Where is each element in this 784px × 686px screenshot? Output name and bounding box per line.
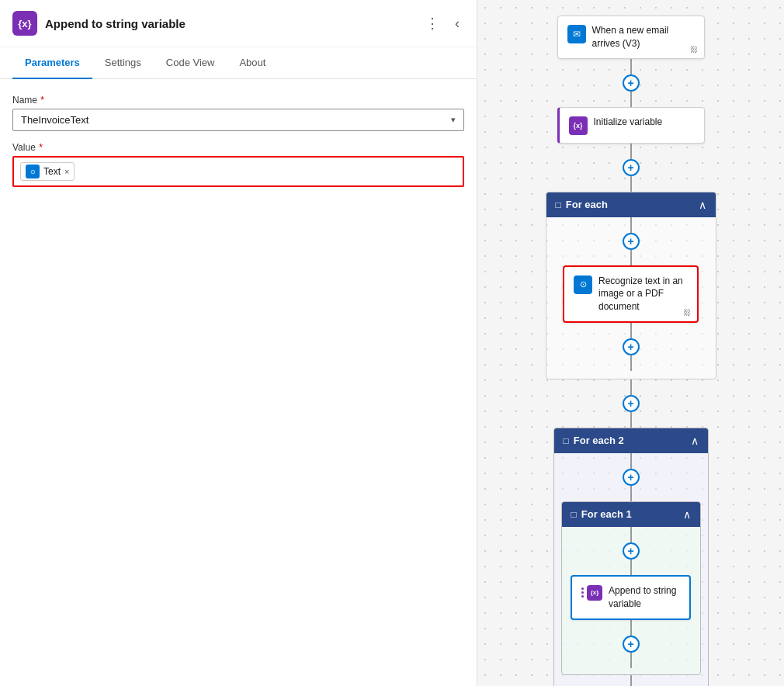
panel-header-actions: ⋮ ‹ [421, 13, 464, 33]
init-variable-text: Initialize variable [594, 116, 695, 129]
connector-3: + [623, 217, 640, 265]
connector-line [630, 355, 632, 371]
connector-line [630, 92, 632, 107]
connector-line [630, 560, 632, 575]
add-step-button-1[interactable]: + [623, 74, 640, 92]
tab-code-view[interactable]: Code View [154, 47, 227, 79]
value-tag: ⊙ Text × [20, 162, 75, 181]
foreach-header: □ For each ∧ [546, 192, 716, 217]
add-step-button-6[interactable]: + [623, 469, 640, 486]
foreach1-title: For each 1 [581, 508, 632, 520]
email-icon: ✉ [567, 25, 586, 43]
panel-body: Name * TheInvoiceText ▾ Value * ⊙ Text × [0, 79, 477, 203]
tab-settings[interactable]: Settings [92, 47, 154, 79]
foreach1-header: □ For each 1 ∧ [562, 502, 700, 527]
name-field-group: Name * TheInvoiceText ▾ [12, 95, 464, 131]
tabs-bar: Parameters Settings Code View About [0, 47, 477, 79]
recognize-text-node[interactable]: ⊙ Recognize text in an image or a PDF do… [563, 265, 699, 323]
recognize-icon: ⊙ [574, 275, 592, 294]
connector-line [630, 176, 632, 192]
tab-about[interactable]: About [227, 47, 278, 79]
foreach1-collapse-button[interactable]: ∧ [683, 508, 691, 521]
foreach-title: For each [566, 199, 608, 210]
init-variable-node[interactable]: {x} Initialize variable [557, 107, 705, 144]
connector-line [630, 527, 632, 542]
value-field-container[interactable]: ⊙ Text × [12, 156, 464, 187]
foreach2-container: □ For each 2 ∧ + □ For each 1 ∧ [553, 428, 709, 686]
foreach1-container: □ For each 1 ∧ + [561, 501, 701, 675]
flow-nodes: ✉ When a new email arrives (V3) ⛓ + {x} … [477, 16, 784, 686]
email-node-text: When a new email arrives (V3) [592, 24, 695, 50]
connector-line [630, 486, 632, 501]
connector-line [630, 217, 632, 233]
panel-header: {x} Append to string variable ⋮ ‹ [0, 0, 477, 47]
left-panel: {x} Append to string variable ⋮ ‹ Parame… [0, 0, 477, 686]
add-step-button-3[interactable]: + [623, 233, 640, 250]
foreach1-icon: □ [571, 509, 577, 520]
name-label: Name * [12, 95, 464, 106]
connector-line [630, 323, 632, 338]
link-icon: ⛓ [690, 45, 698, 54]
append-string-node[interactable]: {x} Append to string variable [571, 575, 691, 620]
connector-8: + [623, 620, 640, 668]
connector-line [630, 144, 632, 159]
more-options-button[interactable]: ⋮ [421, 13, 444, 33]
foreach2-title: For each 2 [574, 435, 624, 446]
add-step-button-4[interactable]: + [623, 338, 640, 355]
value-field-group: Value * ⊙ Text × [12, 142, 464, 187]
panel-icon-text: {x} [18, 18, 31, 29]
drag-handle [581, 587, 584, 598]
append-node-label: Append to string variable [609, 584, 680, 611]
email-trigger-node[interactable]: ✉ When a new email arrives (V3) ⛓ [557, 16, 705, 59]
value-tag-icon: ⊙ [26, 165, 40, 178]
connector-line [630, 620, 632, 636]
connector-line [630, 379, 632, 395]
recognize-text-label: Recognize text in an image or a PDF docu… [598, 275, 688, 314]
connector-line [630, 675, 632, 686]
append-node-left: {x} [581, 584, 602, 601]
connector-4: + [623, 323, 640, 371]
value-tag-close-button[interactable]: × [64, 167, 69, 176]
flow-canvas: ✉ When a new email arrives (V3) ⛓ + {x} … [477, 0, 784, 686]
connector-line [630, 250, 632, 265]
foreach2-header-left: □ For each 2 [564, 435, 624, 446]
foreach-icon: □ [556, 199, 561, 210]
add-step-button-5[interactable]: + [623, 395, 640, 412]
connector-6: + [623, 453, 640, 501]
foreach2-collapse-button[interactable]: ∧ [691, 435, 699, 447]
connector-line [630, 453, 632, 469]
link-icon-2: ⛓ [683, 308, 691, 317]
foreach-collapse-button[interactable]: ∧ [699, 199, 706, 211]
value-label: Value * [12, 142, 464, 153]
tab-parameters[interactable]: Parameters [12, 47, 92, 79]
name-dropdown[interactable]: TheInvoiceText ▾ [12, 109, 464, 131]
add-step-button-8[interactable]: + [623, 636, 640, 653]
connector-line [630, 59, 632, 74]
panel-title: Append to string variable [45, 17, 413, 30]
append-icon: {x} [587, 585, 602, 601]
foreach2-icon: □ [564, 435, 569, 446]
foreach-container: □ For each ∧ + ⊙ Recognize text in an im… [546, 192, 716, 379]
value-tag-text: Text [43, 166, 61, 177]
connector-1: + [623, 59, 640, 107]
chevron-down-icon: ▾ [451, 115, 456, 125]
connector-line [630, 653, 632, 668]
foreach2-header: □ For each 2 ∧ [554, 428, 708, 453]
variable-icon: {x} [569, 116, 588, 135]
connector-5: + [623, 379, 640, 428]
add-step-button-7[interactable]: + [623, 542, 640, 560]
foreach1-header-left: □ For each 1 [571, 508, 632, 520]
connector-line [630, 412, 632, 428]
name-value: TheInvoiceText [21, 114, 88, 126]
connector-9: + [623, 675, 640, 686]
panel-icon: {x} [12, 11, 37, 36]
connector-7: + [623, 527, 640, 575]
foreach-header-left: □ For each [556, 199, 608, 210]
connector-2: + [623, 144, 640, 192]
add-step-button-2[interactable]: + [623, 159, 640, 176]
close-panel-button[interactable]: ‹ [450, 13, 464, 33]
